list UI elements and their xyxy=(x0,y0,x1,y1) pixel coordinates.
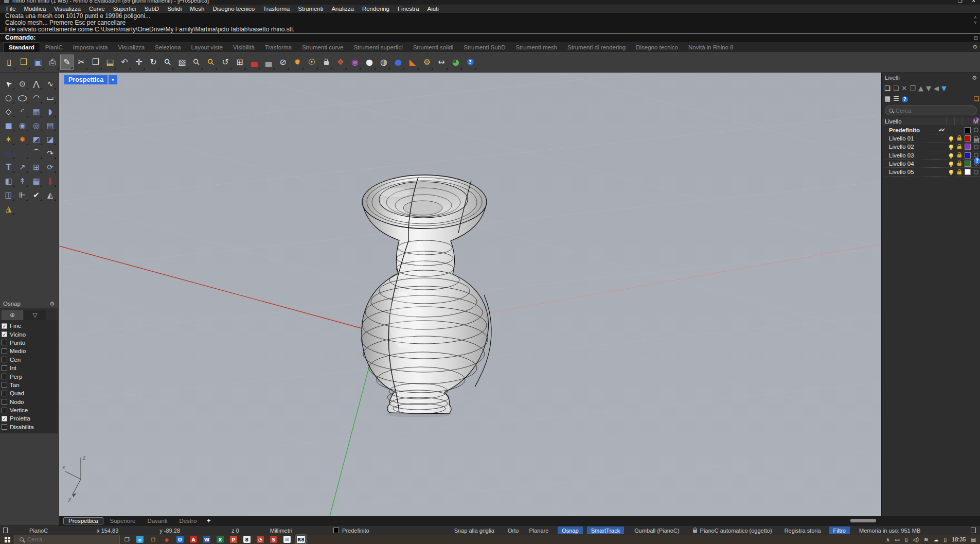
scroll-up-icon[interactable]: ∧ xyxy=(972,15,978,20)
grid-snap-toggle[interactable]: Snap alla griglia xyxy=(454,528,494,534)
tool-icon[interactable]: ◫ xyxy=(2,188,15,202)
menu-item[interactable]: Visualizza xyxy=(50,6,85,12)
tool-icon[interactable]: ∵ xyxy=(15,146,29,160)
scroll-down-icon[interactable]: ∨ xyxy=(972,20,978,25)
layer-color-swatch[interactable] xyxy=(965,152,971,159)
layer-lock-icon[interactable] xyxy=(957,146,961,149)
layers-view-icon[interactable]: ▦ xyxy=(884,95,890,102)
menu-item[interactable]: Solidi xyxy=(163,6,186,12)
osnap-tab[interactable]: ⊕ xyxy=(2,310,23,320)
toolbar-tab[interactable]: Seleziona xyxy=(150,43,186,52)
panel-side-tab-icon[interactable]: ▤ xyxy=(974,136,980,144)
layer-visibility-bulb-icon[interactable] xyxy=(949,145,953,149)
toolbar-tab[interactable]: Trasforma xyxy=(260,43,297,52)
osnap-option[interactable]: ✓ Punto xyxy=(0,339,58,347)
record-history-toggle[interactable]: Registra storia xyxy=(785,528,821,534)
smarttrack-toggle[interactable]: SmartTrack xyxy=(587,527,624,534)
tool-icon[interactable]: ◠ xyxy=(29,91,43,104)
filter-toggle[interactable]: Filtro xyxy=(829,527,850,534)
layer-visibility-bulb-icon[interactable] xyxy=(949,153,953,157)
tabs-gear-icon[interactable]: ⚙ xyxy=(972,44,977,50)
tool-icon[interactable]: ⟳ xyxy=(43,160,57,174)
taskbar-app-icon[interactable]: A xyxy=(190,536,197,543)
tool-icon[interactable]: ◮ xyxy=(2,202,15,216)
toolbar-icon[interactable]: ⚲ xyxy=(161,55,174,70)
osnap-option[interactable]: ✓ Cen xyxy=(0,356,58,364)
restore-button[interactable]: ❐ xyxy=(958,0,963,4)
layers-toolbar-icon[interactable]: ▼ xyxy=(926,84,931,92)
tool-icon[interactable]: ■ xyxy=(2,118,15,132)
layer-color-swatch[interactable] xyxy=(965,127,971,133)
tray-icon[interactable]: ∧ xyxy=(886,537,889,542)
tool-icon[interactable]: ◜ xyxy=(15,104,29,118)
taskbar-app-icon[interactable]: S xyxy=(270,536,277,543)
tool-icon[interactable]: ✸ xyxy=(15,132,29,146)
tool-icon[interactable]: ▭ xyxy=(43,91,57,104)
tool-icon[interactable]: ↷ xyxy=(43,146,57,160)
osnap-option[interactable]: ✓ Int xyxy=(0,364,58,372)
layer-visibility-bulb-icon[interactable] xyxy=(949,136,953,141)
taskbar-app-icon[interactable]: e xyxy=(136,536,144,543)
toolbar-tab[interactable]: Novità in Rhino 8 xyxy=(683,43,739,52)
toolbar-icon[interactable]: ▤ xyxy=(103,55,117,70)
toolbar-icon[interactable]: ✂ xyxy=(75,55,88,70)
layer-lock-icon[interactable] xyxy=(957,154,961,157)
panel-icon[interactable] xyxy=(971,528,976,533)
taskbar-app-icon[interactable]: R8 xyxy=(297,536,305,543)
osnap-gear-icon[interactable]: ⚙ xyxy=(49,301,55,307)
panel-side-tab-icon[interactable]: ? xyxy=(974,157,980,164)
osnap-option[interactable]: ✓ Disabilita xyxy=(0,423,58,431)
toolbar-tab[interactable]: Strumenti curve xyxy=(297,43,349,52)
layer-visibility-bulb-icon[interactable] xyxy=(949,170,953,174)
layers-gear-icon[interactable]: ⚙ xyxy=(972,75,977,81)
tool-icon[interactable]: ⊙ xyxy=(15,77,29,91)
tool-icon[interactable]: ◧ xyxy=(2,174,15,188)
layer-row[interactable]: Livello 05 ✔✔ xyxy=(882,168,980,176)
toolbar-icon[interactable]: ⊞ xyxy=(233,55,246,70)
tool-icon[interactable]: ○ xyxy=(2,91,15,104)
toolbar-tab[interactable]: Standard xyxy=(3,42,40,52)
ortho-toggle[interactable]: Orto xyxy=(508,528,519,534)
command-scroll-buttons[interactable]: ∧ ∨ xyxy=(972,15,978,25)
tool-icon[interactable]: ↗ xyxy=(15,160,29,174)
osnap-option[interactable]: ✓ Vicino xyxy=(0,330,58,338)
menu-item[interactable]: Mesh xyxy=(186,6,208,12)
tool-icon[interactable]: ◉ xyxy=(15,118,29,132)
toolbar-tab[interactable]: Layout viste xyxy=(186,43,228,52)
taskbar-clock[interactable]: 18:35 xyxy=(952,536,966,542)
toolbar-tab[interactable]: Visibilità xyxy=(228,43,260,52)
planar-toggle[interactable]: Planare xyxy=(529,528,548,534)
menu-item[interactable]: Modifica xyxy=(20,6,50,12)
tool-icon[interactable]: ⊞ xyxy=(29,160,43,174)
taskbar-app-icon[interactable]: ◉ xyxy=(163,536,170,543)
tool-icon[interactable]: T xyxy=(2,160,15,174)
layer-row[interactable]: Livello 03 ✔✔ xyxy=(882,151,980,160)
tool-icon[interactable]: ∥ xyxy=(43,174,57,188)
menu-item[interactable]: File xyxy=(2,6,20,12)
viewport-tab[interactable]: Destro xyxy=(174,518,202,524)
toolbar-icon[interactable]: ▧ xyxy=(175,55,189,70)
splitter-icon[interactable]: ⊟ xyxy=(974,35,978,41)
toolbar-icon[interactable]: ✛ xyxy=(132,55,146,70)
osnap-toggle[interactable]: Osnap xyxy=(558,527,582,534)
osnap-option[interactable]: ✓ Proietta xyxy=(0,414,58,423)
toolbar-icon[interactable]: ⚲ xyxy=(204,55,218,70)
toolbar-icon[interactable]: ⊘ xyxy=(276,55,290,70)
taskbar-search-input[interactable] xyxy=(27,536,104,542)
command-prompt[interactable]: Comando: xyxy=(5,34,35,41)
tool-icon[interactable]: ◗ xyxy=(43,104,57,118)
toolbar-tab[interactable]: Strumenti superfici xyxy=(348,43,407,52)
add-viewport-button[interactable]: + xyxy=(203,517,214,524)
tray-icon[interactable]: ◁) xyxy=(913,537,919,542)
close-button[interactable]: ✕ xyxy=(972,0,976,4)
tool-icon[interactable]: ▤ xyxy=(43,118,57,132)
taskbar-app-icon[interactable]: O xyxy=(176,536,184,543)
toolbar-icon[interactable]: ◕ xyxy=(449,55,462,70)
tool-icon[interactable]: ↟ xyxy=(15,174,29,188)
viewport-tab[interactable]: Superiore xyxy=(105,518,141,524)
toolbar-tab[interactable]: Strumenti solidi xyxy=(408,43,459,52)
menu-item[interactable]: Strumenti xyxy=(294,6,327,12)
toolbar-icon[interactable]: ✎ xyxy=(60,55,74,70)
layers-toolbar-icon[interactable]: ❐ xyxy=(910,84,916,92)
osnap-option[interactable]: ✓ Nodo xyxy=(0,398,58,406)
